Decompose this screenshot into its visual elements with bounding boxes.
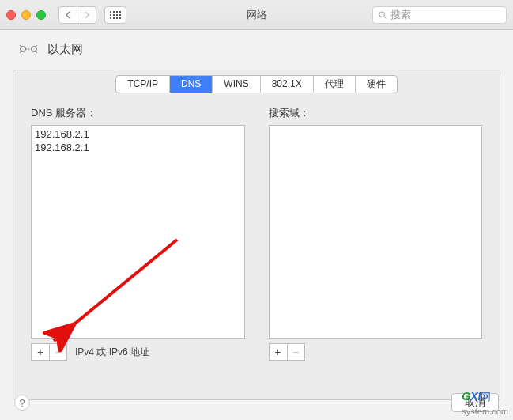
dns-controls: + − IPv4 或 IPv6 地址 — [31, 343, 245, 361]
svg-point-2 — [21, 47, 25, 51]
ethernet-icon — [17, 41, 40, 57]
search-domains-label: 搜索域： — [269, 106, 483, 120]
back-button[interactable] — [58, 6, 77, 24]
remove-domain-button[interactable]: − — [287, 344, 304, 360]
remove-dns-button[interactable]: − — [49, 344, 66, 360]
help-button[interactable]: ? — [14, 395, 30, 411]
close-window-button[interactable] — [6, 10, 16, 20]
tab-wins[interactable]: WINS — [213, 76, 260, 93]
minimize-window-button[interactable] — [21, 10, 31, 20]
tab-proxy[interactable]: 代理 — [314, 76, 356, 93]
interface-header: 以太网 — [0, 30, 513, 65]
zoom-window-button[interactable] — [36, 10, 46, 20]
tab-dns[interactable]: DNS — [170, 76, 213, 93]
search-domains-column: 搜索域： + − — [269, 106, 483, 361]
domains-add-remove: + − — [269, 343, 305, 361]
settings-panel: TCP/IP DNS WINS 802.1X 代理 硬件 DNS 服务器： 19… — [13, 70, 500, 400]
search-placeholder: 搜索 — [390, 8, 411, 22]
show-all-button[interactable] — [104, 6, 126, 24]
svg-point-0 — [379, 11, 385, 17]
svg-line-1 — [384, 16, 387, 18]
dns-column: DNS 服务器： 192.168.2.1 192.168.2.1 + − IPv… — [31, 106, 245, 361]
tab-tcpip[interactable]: TCP/IP — [116, 76, 170, 93]
dns-servers-label: DNS 服务器： — [31, 106, 245, 120]
add-dns-button[interactable]: + — [32, 344, 49, 360]
dns-servers-list[interactable]: 192.168.2.1 192.168.2.1 — [31, 125, 245, 339]
search-domains-controls: + − — [269, 343, 483, 361]
tab-8021x[interactable]: 802.1X — [261, 76, 314, 93]
dns-entry[interactable]: 192.168.2.1 — [35, 127, 241, 141]
tab-hardware[interactable]: 硬件 — [356, 76, 397, 93]
grid-icon — [110, 11, 121, 19]
dns-entry[interactable]: 192.168.2.1 — [35, 141, 241, 154]
add-domain-button[interactable]: + — [270, 344, 287, 360]
forward-button[interactable] — [77, 6, 96, 24]
interface-name: 以太网 — [47, 42, 83, 57]
tab-bar: TCP/IP DNS WINS 802.1X 代理 硬件 — [115, 75, 397, 93]
svg-point-3 — [32, 47, 36, 51]
cancel-button[interactable]: 取消 — [451, 393, 499, 412]
nav-buttons — [58, 6, 96, 24]
search-domains-list[interactable] — [269, 125, 483, 339]
bottom-bar: ? 取消 — [0, 388, 513, 420]
dns-add-remove: + − — [31, 343, 67, 361]
search-field[interactable]: 搜索 — [372, 6, 507, 24]
titlebar: 网络 搜索 — [0, 0, 513, 30]
columns: DNS 服务器： 192.168.2.1 192.168.2.1 + − IPv… — [13, 106, 500, 361]
window-controls — [6, 10, 46, 20]
dns-hint: IPv4 或 IPv6 地址 — [75, 346, 149, 359]
search-icon — [378, 10, 387, 20]
